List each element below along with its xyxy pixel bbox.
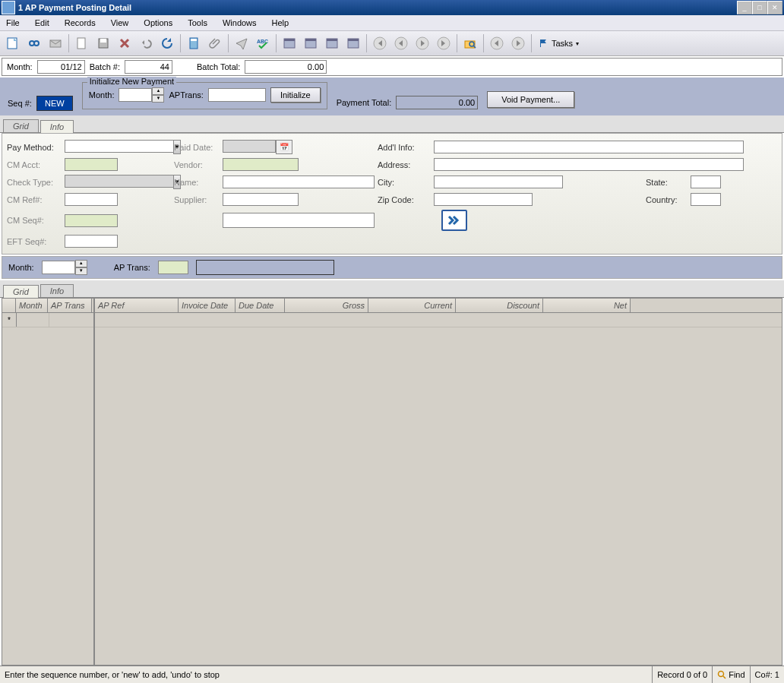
svg-rect-11 <box>284 39 295 41</box>
col-current[interactable]: Current <box>368 299 456 312</box>
app-icon <box>2 1 15 14</box>
spin-down-icon[interactable]: ▼ <box>75 267 87 275</box>
lower-tab-row: Grid Info <box>0 280 784 298</box>
init-aptrans-field[interactable] <box>208 88 266 102</box>
address-field[interactable] <box>434 158 744 171</box>
tab-grid-upper[interactable]: Grid <box>3 119 39 132</box>
mid-month-spinner[interactable]: ▲▼ <box>42 260 87 275</box>
init-month-field[interactable] <box>119 88 152 102</box>
grid-new-row[interactable] <box>95 313 782 327</box>
undo-icon[interactable] <box>136 33 156 53</box>
mail-icon[interactable] <box>46 33 65 53</box>
menu-view[interactable]: View <box>111 18 129 27</box>
nav-first-icon[interactable] <box>370 33 390 53</box>
spin-down-icon[interactable]: ▼ <box>152 95 164 103</box>
menu-edit[interactable]: Edit <box>35 18 49 27</box>
window-3-icon[interactable] <box>322 33 342 53</box>
init-month-spinner[interactable]: ▲▼ <box>119 87 164 103</box>
pay-method-field[interactable] <box>65 140 173 153</box>
country-field[interactable] <box>691 193 721 206</box>
nav-last-icon[interactable] <box>434 33 454 53</box>
col-month[interactable]: Month <box>16 299 48 312</box>
status-company: Co#: 1 <box>750 666 784 683</box>
mid-month-label: Month: <box>8 263 34 272</box>
view-icon[interactable] <box>24 33 44 53</box>
mid-aptrans-field[interactable] <box>158 261 188 274</box>
menu-file[interactable]: File <box>6 18 20 27</box>
window-2-icon[interactable] <box>301 33 321 53</box>
calculator-icon[interactable] <box>184 33 204 53</box>
col-due-date[interactable]: Due Date <box>236 299 285 312</box>
window-4-icon[interactable] <box>343 33 363 53</box>
tasks-dropdown[interactable]: Tasks ▾ <box>535 39 583 48</box>
send-icon[interactable] <box>232 33 251 53</box>
col-net[interactable]: Net <box>543 299 631 312</box>
check-type-field[interactable] <box>65 175 173 188</box>
new-row-indicator[interactable]: * <box>2 313 17 327</box>
cm-seq-field[interactable] <box>65 214 118 227</box>
refresh-icon[interactable] <box>157 33 177 53</box>
col-invoice-date[interactable]: Invoice Date <box>179 299 236 312</box>
vendor-field[interactable] <box>223 158 299 171</box>
eft-seq-field[interactable] <box>65 235 118 248</box>
window-1-icon[interactable] <box>280 33 299 53</box>
void-payment-button[interactable]: Void Payment... <box>487 91 574 108</box>
paid-date-field[interactable] <box>223 140 276 153</box>
tasks-label: Tasks <box>552 39 573 48</box>
col-apref[interactable]: AP Ref <box>95 299 179 312</box>
col-discount[interactable]: Discount <box>456 299 543 312</box>
spin-up-icon[interactable]: ▲ <box>152 87 164 95</box>
addl-info-field[interactable] <box>434 141 744 153</box>
minimize-button[interactable]: _ <box>737 1 752 14</box>
seq-field[interactable] <box>36 96 73 111</box>
expand-button[interactable] <box>441 210 467 231</box>
nav-next-icon[interactable] <box>413 33 432 53</box>
tab-info-lower[interactable]: Info <box>40 284 74 297</box>
status-find[interactable]: Find <box>712 666 749 683</box>
search-icon <box>717 670 726 679</box>
spellcheck-icon[interactable]: ABC <box>253 33 273 53</box>
maximize-button[interactable]: □ <box>752 1 767 14</box>
open-icon[interactable] <box>72 33 92 53</box>
col-gross[interactable]: Gross <box>285 299 368 312</box>
new-record-icon[interactable] <box>3 33 23 53</box>
cm-ref-field[interactable] <box>65 193 118 206</box>
initialize-button[interactable]: Initialize <box>270 87 321 103</box>
close-button[interactable]: ✕ <box>767 1 782 14</box>
mid-month-field[interactable] <box>42 261 75 274</box>
month-field[interactable] <box>37 60 85 74</box>
batch-label: Batch #: <box>90 62 120 71</box>
supplier-field[interactable] <box>223 193 299 206</box>
col-aptrans[interactable]: AP Trans <box>48 299 92 312</box>
zip-field[interactable] <box>434 193 533 206</box>
cm-acct-field[interactable] <box>65 158 118 171</box>
batch-field[interactable] <box>125 60 172 74</box>
tab-grid-lower[interactable]: Grid <box>3 285 39 298</box>
spin-up-icon[interactable]: ▲ <box>75 260 87 267</box>
tab-info-upper[interactable]: Info <box>40 120 74 133</box>
init-aptrans-label: APTrans: <box>169 90 203 100</box>
detail-grid[interactable]: Month AP Trans * AP Ref Invoice Date Due… <box>2 298 782 666</box>
nav2-next-icon[interactable] <box>508 33 528 53</box>
calendar-icon[interactable]: 📅 <box>276 140 292 154</box>
state-field[interactable] <box>691 175 721 188</box>
search-folder-icon[interactable] <box>460 33 480 53</box>
pay-method-combo[interactable]: ▼ <box>65 140 171 154</box>
menu-tools[interactable]: Tools <box>188 18 207 27</box>
menu-records[interactable]: Records <box>65 18 96 27</box>
batch-total-label: Batch Total: <box>197 62 240 71</box>
city-field[interactable] <box>434 175 563 188</box>
menu-windows[interactable]: Windows <box>223 18 257 27</box>
nav-prev-icon[interactable] <box>391 33 411 53</box>
menu-options[interactable]: Options <box>144 18 172 27</box>
extra-desc-field[interactable] <box>223 213 375 228</box>
header-row: Month: Batch #: Batch Total: <box>2 58 782 76</box>
nav2-prev-icon[interactable] <box>487 33 507 53</box>
check-type-combo[interactable]: ▼ <box>65 175 133 189</box>
menu-help[interactable]: Help <box>272 18 289 27</box>
name-field[interactable] <box>223 175 375 188</box>
save-icon[interactable] <box>93 33 113 53</box>
attach-icon[interactable] <box>205 33 225 53</box>
delete-icon[interactable] <box>115 33 134 53</box>
window-title: 1 AP Payment Posting Detail <box>18 3 737 12</box>
